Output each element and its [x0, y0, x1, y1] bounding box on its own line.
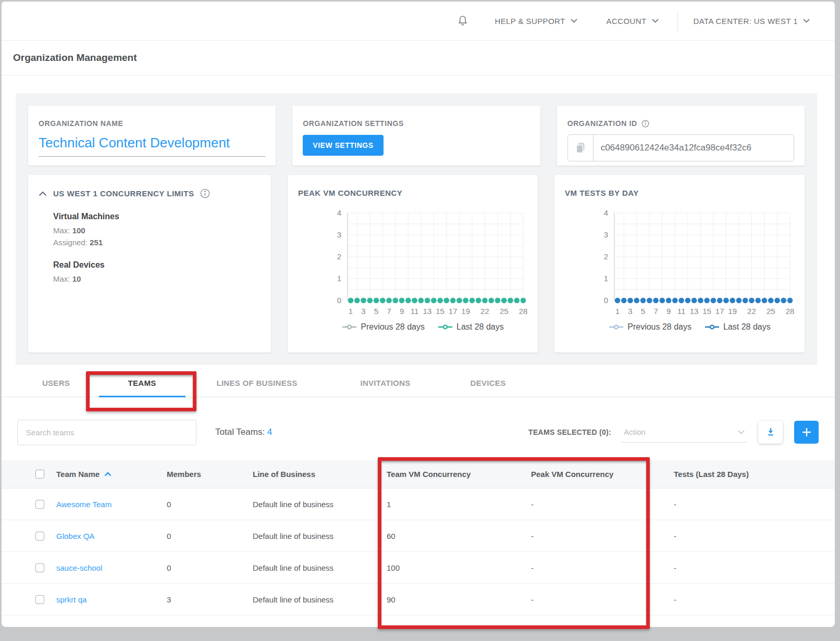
column-members[interactable]: Members [167, 470, 253, 479]
column-peak-vm-concurrency[interactable]: Peak VM Concurrency [531, 470, 674, 479]
org-tabs: USERS TEAMS LINES OF BUSINESS INVITATION… [2, 369, 835, 397]
select-all-checkbox[interactable] [35, 470, 44, 479]
chevron-down-icon [738, 430, 745, 434]
chart-legend: Previous 28 daysLast 28 days [298, 322, 527, 332]
real-devices-limits: Real Devices Max: 10 [53, 260, 261, 283]
tab-lines-of-business[interactable]: LINES OF BUSINESS [195, 369, 318, 397]
row-checkbox[interactable] [35, 500, 44, 509]
vm-tests-by-day-chart: 01234135791113151719222528 [565, 204, 794, 317]
data-center-menu[interactable]: DATA CENTER: US WEST 1 [694, 17, 810, 26]
team-name-link[interactable]: Globex QA [56, 532, 167, 541]
peak-vm-concurrency-card: PEAK VM CONCURRENCY 01234135791113151719… [288, 175, 538, 353]
organization-name-value[interactable]: Technical Content Development [39, 135, 265, 157]
svg-text:13: 13 [690, 307, 699, 316]
column-tests-last-28-days[interactable]: Tests (Last 28 Days) [674, 470, 835, 479]
members-cell: 0 [167, 532, 253, 541]
tests-cell: - [674, 532, 835, 541]
total-teams-label: Total Teams: [215, 427, 267, 437]
tab-users[interactable]: USERS [23, 369, 89, 397]
organization-id-card: ORGANIZATION ID c064890612424e34a12fca98… [557, 106, 805, 166]
notifications-bell-icon[interactable] [457, 14, 468, 28]
legend-item[interactable]: Last 28 days [705, 322, 771, 332]
svg-text:9: 9 [400, 307, 404, 316]
row-checkbox[interactable] [35, 595, 44, 604]
vm-tests-by-day-card: VM TESTS BY DAY 012341357911131517192225… [554, 175, 805, 353]
svg-text:5: 5 [374, 307, 378, 316]
peak-vm-cell: - [531, 595, 674, 604]
concurrency-limits-title: US WEST 1 CONCURRENCY LIMITS [53, 189, 194, 198]
organization-id-value[interactable]: c064890612424e34a12fca98ce4f32c6 [594, 135, 751, 161]
svg-text:2: 2 [337, 252, 341, 261]
svg-text:3: 3 [337, 230, 341, 239]
team-name-header-label: Team Name [56, 470, 100, 479]
svg-text:9: 9 [666, 307, 671, 316]
row-checkbox[interactable] [35, 532, 44, 541]
column-line-of-business[interactable]: Line of Business [253, 470, 387, 479]
row-checkbox[interactable] [35, 563, 44, 572]
svg-text:19: 19 [461, 307, 470, 316]
peak-vm-cell: - [531, 563, 674, 572]
chevron-down-icon [571, 19, 577, 23]
view-settings-button[interactable]: VIEW SETTINGS [303, 135, 383, 156]
svg-text:0: 0 [337, 296, 341, 305]
organization-id-label: ORGANIZATION ID [567, 119, 637, 128]
legend-item[interactable]: Last 28 days [438, 322, 504, 332]
organization-settings-label: ORGANIZATION SETTINGS [303, 119, 529, 128]
svg-text:4: 4 [337, 208, 341, 217]
svg-text:13: 13 [423, 307, 432, 316]
svg-text:7: 7 [387, 307, 391, 316]
team-name-link[interactable]: Awesome Team [56, 500, 167, 509]
search-teams-input[interactable] [17, 420, 196, 445]
copy-icon[interactable] [568, 135, 594, 161]
svg-text:22: 22 [480, 307, 489, 316]
svg-text:1: 1 [349, 307, 353, 316]
vm-assigned-value: 251 [90, 238, 103, 247]
team-name-link[interactable]: sprkrt qa [56, 595, 167, 604]
teams-table: Team Name Members Line of Business Team … [2, 460, 835, 615]
vm-max-label: Max: [53, 226, 70, 235]
download-button[interactable] [758, 421, 783, 444]
peak-vm-cell: - [531, 500, 674, 509]
tab-devices[interactable]: DEVICES [452, 369, 524, 397]
teams-selected-label: TEAMS SELECTED (0): [528, 428, 611, 436]
add-team-button[interactable] [794, 421, 819, 444]
chart-legend: Previous 28 daysLast 28 days [565, 322, 794, 332]
legend-label: Previous 28 days [627, 322, 691, 332]
help-support-menu[interactable]: HELP & SUPPORT [495, 17, 577, 26]
action-dropdown[interactable]: Action [622, 422, 747, 443]
team-vm-cell: 100 [387, 563, 531, 572]
legend-marker-icon [438, 324, 452, 330]
tests-cell: - [674, 595, 835, 604]
team-name-link[interactable]: sauce-school [56, 563, 167, 572]
svg-text:17: 17 [449, 307, 458, 316]
rd-max-label: Max: [53, 274, 70, 283]
legend-label: Last 28 days [723, 322, 771, 332]
teams-toolbar: Total Teams: 4 TEAMS SELECTED (0): Actio… [2, 419, 835, 445]
svg-text:11: 11 [677, 307, 686, 316]
info-icon[interactable] [200, 188, 210, 198]
column-team-name[interactable]: Team Name [56, 470, 167, 479]
svg-text:25: 25 [767, 307, 775, 316]
organization-id-field: c064890612424e34a12fca98ce4f32c6 [567, 134, 794, 161]
tab-invitations[interactable]: INVITATIONS [318, 369, 452, 397]
info-icon[interactable] [641, 120, 649, 128]
svg-text:17: 17 [715, 307, 724, 316]
svg-text:28: 28 [786, 307, 794, 316]
svg-text:5: 5 [641, 307, 645, 316]
team-vm-cell: 60 [387, 532, 531, 541]
svg-text:7: 7 [653, 307, 658, 316]
svg-text:11: 11 [411, 307, 419, 316]
chevron-up-icon[interactable] [39, 191, 47, 196]
chevron-down-icon [652, 19, 659, 23]
tab-teams[interactable]: TEAMS [89, 369, 195, 397]
page-title: Organization Management [13, 52, 137, 64]
column-team-vm-concurrency[interactable]: Team VM Concurrency [387, 470, 531, 479]
chevron-down-icon [803, 19, 810, 23]
legend-item[interactable]: Previous 28 days [609, 322, 691, 332]
legend-item[interactable]: Previous 28 days [342, 322, 425, 332]
top-navigation: HELP & SUPPORT ACCOUNT DATA CENTER: US W… [2, 2, 835, 41]
account-menu[interactable]: ACCOUNT [607, 17, 659, 26]
svg-text:1: 1 [604, 274, 608, 283]
app-window: HELP & SUPPORT ACCOUNT DATA CENTER: US W… [2, 2, 835, 627]
table-header-row: Team Name Members Line of Business Team … [2, 460, 835, 488]
